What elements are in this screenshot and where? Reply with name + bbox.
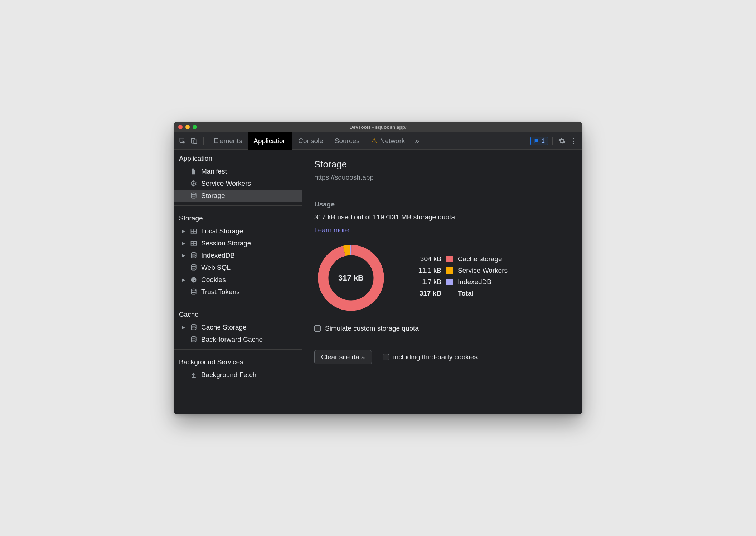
table-icon: [190, 227, 198, 235]
learn-more-link[interactable]: Learn more: [314, 226, 349, 234]
tab-network[interactable]: ⚠Network: [365, 132, 411, 150]
page-title: Storage: [314, 159, 570, 170]
sidebar-item-label: IndexedDB: [201, 252, 235, 259]
legend-row: 304 kBCache storage: [409, 255, 508, 263]
upload-icon: [190, 371, 198, 379]
tab-console[interactable]: Console: [292, 132, 329, 150]
device-toolbar-icon[interactable]: [189, 136, 199, 146]
sidebar-item-background-fetch[interactable]: Background Fetch: [174, 369, 302, 381]
titlebar: DevTools - squoosh.app/: [174, 122, 582, 132]
legend-size: 11.1 kB: [409, 267, 441, 274]
db-icon: [190, 323, 198, 331]
sidebar-item-label: Cache Storage: [201, 323, 247, 331]
more-tabs-icon[interactable]: »: [412, 136, 422, 146]
issues-count: 1: [542, 138, 545, 144]
warning-icon: ⚠: [371, 137, 377, 145]
legend-label: IndexedDB: [458, 278, 491, 286]
legend-label: Service Workers: [458, 267, 508, 274]
origin-url: https://squoosh.app: [314, 174, 570, 181]
tab-label: Network: [380, 137, 405, 145]
svg-point-17: [194, 280, 195, 281]
sidebar-item-label: Service Workers: [201, 180, 251, 187]
sidebar-item-storage[interactable]: Storage: [174, 190, 302, 202]
sidebar-item-label: Storage: [201, 192, 225, 200]
tab-application[interactable]: Application: [248, 132, 292, 150]
usage-heading: Usage: [314, 200, 570, 208]
legend-total-row: 317 kBTotal: [409, 289, 508, 297]
tab-label: Console: [298, 137, 323, 145]
svg-point-15: [194, 279, 195, 279]
db-icon: [190, 336, 198, 343]
db-icon: [190, 288, 198, 296]
sidebar-item-cache-storage[interactable]: ▶Cache Storage: [174, 321, 302, 333]
storage-legend: 304 kBCache storage11.1 kBService Worker…: [409, 255, 508, 301]
clear-site-data-button[interactable]: Clear site data: [314, 350, 372, 364]
tab-sources[interactable]: Sources: [329, 132, 365, 150]
svg-rect-2: [194, 140, 197, 143]
issues-badge[interactable]: 1: [530, 137, 548, 145]
sidebar-group-title: Application: [174, 150, 302, 165]
legend-label: Cache storage: [458, 255, 502, 263]
sidebar-group-title: Storage: [174, 209, 302, 225]
simulate-quota-checkbox[interactable]: [314, 325, 321, 332]
sidebar-item-indexeddb[interactable]: ▶IndexedDB: [174, 249, 302, 262]
legend-size: 1.7 kB: [409, 278, 441, 286]
panel-tabs: ElementsApplicationConsoleSources⚠Networ…: [208, 132, 411, 150]
sidebar-item-service-workers[interactable]: Service Workers: [174, 177, 302, 190]
application-sidebar: ApplicationManifestService WorkersStorag…: [174, 150, 302, 414]
legend-swatch: [446, 267, 453, 274]
svg-point-3: [193, 183, 195, 185]
sidebar-item-local-storage[interactable]: ▶Local Storage: [174, 225, 302, 237]
expand-arrow-icon[interactable]: ▶: [182, 277, 186, 282]
legend-total-size: 317 kB: [409, 289, 441, 297]
expand-arrow-icon[interactable]: ▶: [182, 241, 186, 246]
tab-label: Elements: [214, 137, 242, 145]
db-icon: [190, 192, 198, 200]
window-title: DevTools - squoosh.app/: [174, 125, 582, 130]
legend-swatch: [446, 256, 453, 262]
third-party-cookies-checkbox[interactable]: [383, 354, 389, 360]
sidebar-divider: [174, 349, 302, 350]
svg-point-19: [191, 325, 196, 326]
expand-arrow-icon[interactable]: ▶: [182, 325, 186, 330]
legend-size: 304 kB: [409, 255, 441, 263]
sidebar-item-back-forward-cache[interactable]: Back-forward Cache: [174, 333, 302, 346]
tab-label: Sources: [335, 137, 360, 145]
cookie-icon: [190, 276, 198, 284]
kebab-menu-icon[interactable]: ⋮: [568, 136, 578, 146]
sidebar-item-cookies[interactable]: ▶Cookies: [174, 274, 302, 286]
svg-point-14: [193, 279, 193, 279]
usage-summary: 317 kB used out of 1197131 MB storage qu…: [314, 213, 570, 221]
sidebar-group-title: Cache: [174, 306, 302, 321]
devtools-window: DevTools - squoosh.app/ ElementsApplicat…: [174, 122, 582, 414]
sidebar-item-label: Background Fetch: [201, 371, 256, 379]
sidebar-item-session-storage[interactable]: ▶Session Storage: [174, 237, 302, 249]
tab-label: Application: [253, 137, 287, 145]
gear-icon: [190, 180, 198, 187]
sidebar-item-label: Local Storage: [201, 227, 243, 235]
sidebar-item-label: Trust Tokens: [201, 288, 240, 296]
sidebar-item-label: Web SQL: [201, 264, 231, 272]
inspect-element-icon[interactable]: [178, 136, 188, 146]
expand-arrow-icon[interactable]: ▶: [182, 229, 186, 234]
sidebar-item-trust-tokens[interactable]: Trust Tokens: [174, 286, 302, 298]
legend-swatch: [446, 279, 453, 285]
sidebar-divider: [174, 302, 302, 302]
tab-elements[interactable]: Elements: [208, 132, 248, 150]
sidebar-item-label: Manifest: [201, 167, 227, 175]
sidebar-item-manifest[interactable]: Manifest: [174, 165, 302, 177]
svg-point-16: [193, 281, 193, 281]
toolbar-separator: [203, 137, 204, 145]
simulate-quota-label: Simulate custom storage quota: [325, 325, 419, 332]
db-icon: [190, 264, 198, 272]
main-panel: Storage https://squoosh.app Usage 317 kB…: [302, 150, 582, 414]
storage-donut-chart: 317 kB: [314, 241, 388, 315]
sidebar-item-web-sql[interactable]: Web SQL: [174, 262, 302, 274]
db-icon: [190, 252, 198, 259]
expand-arrow-icon[interactable]: ▶: [182, 253, 186, 258]
svg-point-18: [191, 289, 196, 291]
legend-row: 11.1 kBService Workers: [409, 267, 508, 274]
legend-total-label: Total: [458, 289, 474, 297]
settings-icon[interactable]: [557, 136, 567, 146]
donut-center-label: 317 kB: [314, 241, 388, 315]
